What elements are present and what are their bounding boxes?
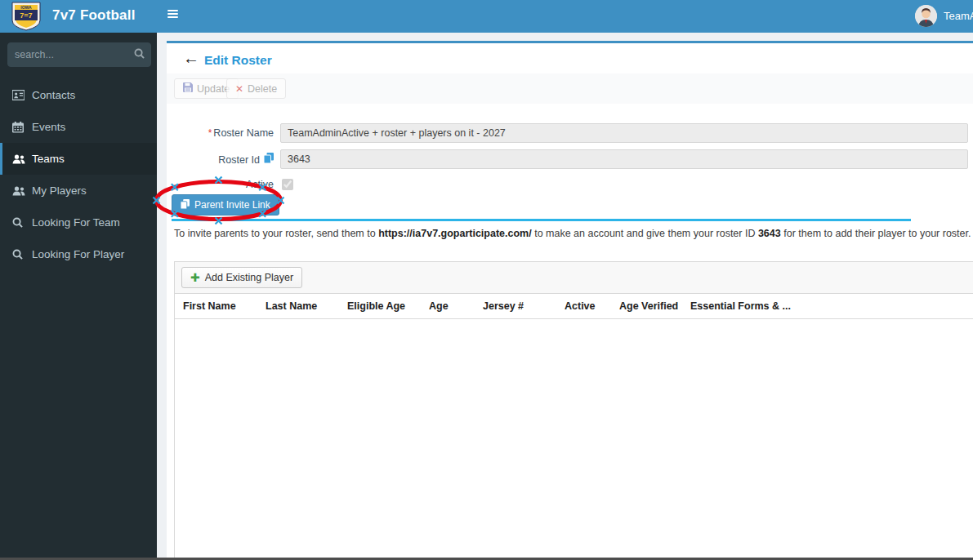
delete-x-icon: ✕ [235, 83, 243, 95]
user-name: TeamA [944, 10, 973, 22]
grid-body-empty [175, 319, 973, 531]
search-icon [12, 217, 32, 228]
users-icon [12, 154, 32, 164]
column-header-first-name[interactable]: First Name [175, 300, 257, 312]
grid-header-row: First Name Last Name Eligible Age Age Je… [175, 294, 973, 319]
app-logo[interactable]: IOWA 7=7 [7, 2, 45, 31]
roster-name-input[interactable] [280, 123, 968, 143]
sidebar-search [7, 42, 151, 67]
sidebar-item-label: Contacts [32, 89, 75, 101]
sidebar-toggle-icon[interactable] [167, 10, 178, 20]
app-root: { "header": { "app_title": "7v7 Football… [0, 0, 973, 560]
crud-toolbar: Update ✕ Delete [167, 73, 973, 104]
roster-id-input[interactable] [280, 149, 968, 169]
page-title: Edit Roster [204, 53, 272, 68]
add-existing-player-label: Add Existing Player [205, 272, 293, 283]
players-grid: ✚ Add Existing Player First Name Last Na… [174, 261, 973, 558]
sidebar-item-looking-for-team[interactable]: Looking For Team [0, 207, 157, 238]
search-icon[interactable] [127, 48, 150, 61]
contacts-icon [12, 90, 32, 100]
roster-id-row: Roster Id [167, 149, 968, 170]
delete-button-label: Delete [248, 83, 277, 95]
copy-link-icon [181, 199, 190, 211]
sidebar-item-label: Teams [32, 153, 65, 165]
column-header-eligible-age[interactable]: Eligible Age [339, 300, 421, 312]
column-header-jersey[interactable]: Jersey # [475, 300, 556, 312]
invite-roster-id: 3643 [758, 228, 781, 239]
roster-id-label: Roster Id [167, 153, 274, 166]
sidebar-item-looking-for-player[interactable]: Looking For Player [0, 238, 157, 270]
active-checkbox[interactable] [282, 179, 293, 190]
search-icon [12, 249, 32, 260]
add-existing-player-button[interactable]: ✚ Add Existing Player [181, 267, 302, 288]
update-button-label: Update [197, 83, 230, 95]
active-label: Active [167, 179, 274, 190]
parent-invite-link-button[interactable]: Parent Invite Link [172, 194, 279, 216]
user-avatar [915, 5, 937, 27]
content-panel: ← Edit Roster Update ✕ Delete *Roster Na… [167, 41, 973, 558]
column-header-active[interactable]: Active [556, 300, 611, 312]
sidebar-item-label: Events [32, 121, 65, 133]
column-header-age-verified[interactable]: Age Verified [611, 300, 682, 312]
delete-button[interactable]: ✕ Delete [226, 78, 286, 99]
divider-line [172, 219, 911, 221]
column-header-last-name[interactable]: Last Name [257, 300, 339, 312]
column-header-essential-forms[interactable]: Essential Forms & ... [682, 300, 813, 312]
users-icon [12, 186, 32, 196]
active-row: Active [167, 174, 296, 195]
sidebar-item-contacts[interactable]: Contacts [0, 79, 157, 111]
logo-text-center: 7=7 [20, 11, 32, 20]
user-menu[interactable]: TeamA [915, 5, 973, 27]
roster-name-row: *Roster Name [167, 122, 968, 144]
sidebar-item-label: My Players [32, 184, 87, 197]
calendar-icon [12, 122, 32, 133]
top-navbar: IOWA 7=7 7v7 Football TeamA [0, 0, 973, 33]
sidebar-item-my-players[interactable]: My Players [0, 175, 157, 207]
copy-icon[interactable] [264, 153, 274, 163]
sidebar-menu: Contacts Events Teams My Players Looking… [0, 79, 157, 270]
required-asterisk: * [208, 127, 212, 139]
invite-url: https://ia7v7.goparticipate.com/ [378, 228, 532, 239]
app-title: 7v7 Football [52, 7, 136, 24]
logo-text-top: IOWA [20, 5, 32, 10]
parent-invite-link-label: Parent Invite Link [194, 199, 270, 211]
plus-icon: ✚ [190, 272, 200, 283]
invite-instructions: To invite parents to your roster, send t… [174, 228, 971, 239]
save-icon [183, 82, 193, 95]
sidebar-item-events[interactable]: Events [0, 111, 157, 143]
sidebar-item-label: Looking For Team [32, 216, 120, 229]
search-input[interactable] [8, 49, 127, 60]
sidebar-item-teams[interactable]: Teams [0, 143, 157, 175]
roster-name-label: *Roster Name [167, 127, 274, 139]
sidebar-item-label: Looking For Player [32, 248, 124, 260]
back-arrow-icon[interactable]: ← [183, 50, 199, 66]
sidebar: Contacts Events Teams My Players Looking… [0, 33, 157, 558]
grid-toolbar: ✚ Add Existing Player [175, 262, 973, 294]
column-header-age[interactable]: Age [421, 300, 475, 312]
